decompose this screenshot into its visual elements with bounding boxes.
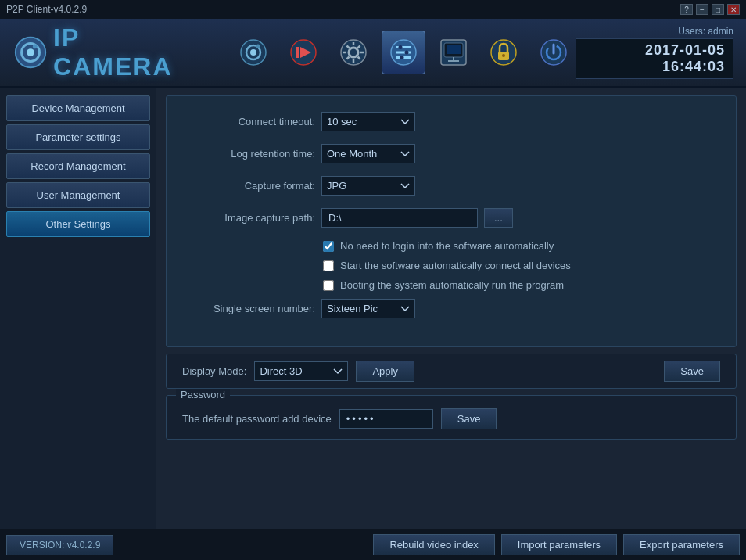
svg-rect-10 [296,47,299,58]
maximize-button[interactable]: □ [712,4,724,15]
header: IP CAMERA [0,19,746,88]
image-capture-path-input[interactable] [321,208,478,228]
app-title: P2P Client-v4.0.2.9 [6,4,87,15]
log-retention-row: Log retention time: One Week One Month T… [190,144,712,163]
svg-point-7 [256,45,260,48]
nav-icon-playback[interactable] [282,31,325,74]
nav-icon-config[interactable] [382,31,425,74]
svg-rect-23 [396,52,411,54]
single-screen-row: Single screen number: One Pic Four Pic N… [190,299,712,318]
display-mode-label: Display Mode: [182,365,246,377]
sidebar-item-record-management[interactable]: Record Management [6,153,150,179]
auto-run-label: Booting the system automatically run the… [340,279,564,291]
password-save-button[interactable]: Save [441,408,497,429]
password-label: The default password add device [182,413,332,425]
sidebar-item-parameter-settings[interactable]: Parameter settings [6,124,150,150]
sidebar-item-user-management[interactable]: User Management [6,182,150,208]
settings-panel: Connect timeout: 5 sec 10 sec 15 sec 30 … [166,95,737,347]
display-mode-select[interactable]: Direct 3D GDI DirectDraw [254,361,348,381]
browse-button[interactable]: ... [484,208,513,228]
datetime-display: 2017-01-05 16:44:03 [576,38,733,79]
checkbox-auto-run-row: Booting the system automatically run the… [323,279,712,291]
window-controls: ? − □ ✕ [680,4,740,15]
password-input[interactable] [339,409,433,429]
password-section-title: Password [176,389,230,400]
log-retention-label: Log retention time: [190,148,315,160]
close-button[interactable]: ✕ [727,4,740,15]
nav-icon-lock[interactable] [482,31,525,74]
logo-text: IP CAMERA [53,23,200,81]
auto-run-checkbox[interactable] [323,280,334,291]
auto-connect-label: Start the software automatically connect… [340,260,571,271]
connect-timeout-select[interactable]: 5 sec 10 sec 15 sec 30 sec [321,112,415,131]
camera-logo-icon [13,34,48,71]
display-mode-bar: Display Mode: Direct 3D GDI DirectDraw A… [166,354,737,389]
minimize-button[interactable]: − [696,4,708,15]
help-button[interactable]: ? [680,4,693,15]
import-parameters-button[interactable]: Import parameters [501,534,617,555]
title-bar: P2P Client-v4.0.2.9 ? − □ ✕ [0,0,746,19]
svg-point-35 [502,54,505,57]
users-label: Users: admin [576,26,733,37]
save-settings-button[interactable]: Save [664,361,720,382]
svg-point-2 [27,48,34,56]
connect-timeout-row: Connect timeout: 5 sec 10 sec 15 sec 30 … [190,112,712,131]
image-capture-path-row: Image capture path: ... [190,208,712,228]
single-screen-select[interactable]: One Pic Four Pic Nine Pic Sixteen Pic Tw… [321,299,415,318]
password-section: Password The default password add device… [166,395,737,440]
auto-login-checkbox[interactable] [323,241,334,252]
single-screen-label: Single screen number: [190,303,315,314]
nav-icon-settings[interactable] [332,31,375,74]
header-right: Users: admin 2017-01-05 16:44:03 [576,26,733,79]
capture-format-select[interactable]: JPG PNG BMP [321,176,415,196]
main-layout: Device Management Parameter settings Rec… [0,88,746,529]
svg-point-27 [400,56,404,59]
rebuild-video-index-button[interactable]: Rebuild video index [373,534,494,555]
export-parameters-button[interactable]: Export parameters [623,534,740,555]
svg-point-25 [399,45,403,49]
log-retention-select[interactable]: One Week One Month Three Months Six Mont… [321,144,415,163]
auto-login-label: No need to login into the software autom… [340,240,554,252]
auto-connect-checkbox[interactable] [323,260,334,271]
version-label: VERSION: v4.0.2.9 [6,535,113,555]
svg-point-26 [405,51,409,55]
nav-icon-power[interactable] [532,31,576,74]
password-row: The default password add device Save [182,408,720,429]
apply-button[interactable]: Apply [356,361,414,382]
sidebar-item-device-management[interactable]: Device Management [6,95,150,121]
image-capture-path-label: Image capture path: [190,212,315,224]
capture-format-label: Capture format: [190,180,315,192]
svg-point-6 [250,49,256,56]
checkbox-auto-connect-row: Start the software automatically connect… [323,260,712,271]
svg-point-3 [33,44,38,48]
capture-format-row: Capture format: JPG PNG BMP [190,176,712,196]
svg-rect-22 [396,46,411,48]
checkbox-auto-login-row: No need to login into the software autom… [323,240,712,252]
svg-rect-32 [447,45,461,54]
nav-icons [231,31,576,74]
nav-icon-network[interactable] [432,31,475,74]
content-area: Connect timeout: 5 sec 10 sec 15 sec 30 … [156,88,746,529]
nav-icon-camera[interactable] [231,31,275,74]
sidebar-item-other-settings[interactable]: Other Settings [6,211,150,237]
connect-timeout-label: Connect timeout: [190,116,315,127]
sidebar: Device Management Parameter settings Rec… [0,88,156,529]
bottom-bar: VERSION: v4.0.2.9 Rebuild video index Im… [0,529,746,560]
